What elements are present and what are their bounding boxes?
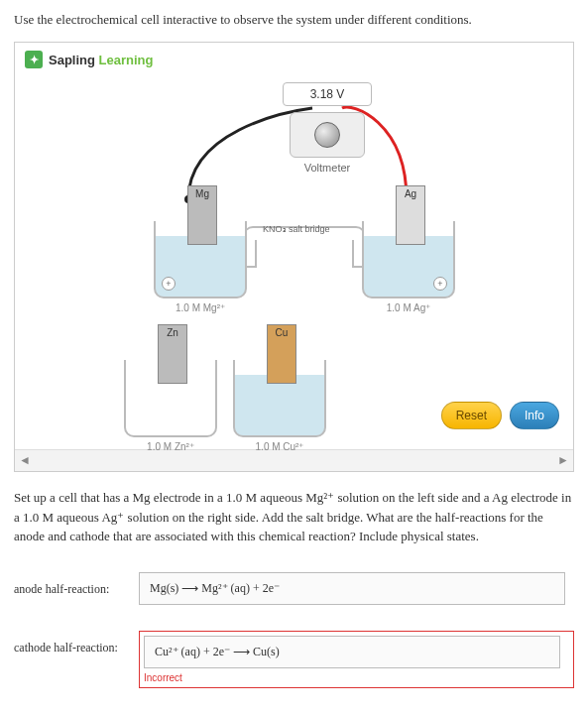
horizontal-scrollbar[interactable]: ◄ ► [15, 449, 573, 471]
simulation-area[interactable]: 3.18 V Voltmeter KNO₃ salt bridge + Mg +… [15, 72, 573, 449]
electrode-mg[interactable]: Mg [187, 185, 217, 245]
brand-word1: Sapling [49, 53, 95, 67]
voltmeter-body [290, 112, 365, 158]
anode-answer-block: anode half-reaction: Mg(s) ⟶ Mg²⁺ (aq) +… [14, 572, 574, 605]
beaker-cu-caption: 1.0 M Cu²⁺ [233, 441, 326, 452]
beaker-cu[interactable]: Cu 1.0 M Cu²⁺ [233, 360, 326, 452]
interactive-panel: ✦ Sapling Learning 3.18 V Voltmeter KNO₃… [14, 42, 574, 472]
electrode-cu[interactable]: Cu [267, 324, 296, 384]
electrode-zn[interactable]: Zn [158, 324, 187, 384]
scroll-right-icon[interactable]: ► [557, 453, 569, 468]
cathode-input[interactable]: Cu²⁺ (aq) + 2e⁻ ⟶ Cu(s) [144, 636, 560, 668]
cathode-label: cathode half-reaction: [14, 631, 129, 655]
salt-bridge[interactable]: KNO₃ salt bridge + [243, 226, 366, 260]
instruction-text: Use the electrochemical cell interactive… [14, 12, 574, 28]
beaker-mg[interactable]: Mg + 1.0 M Mg²⁺ [154, 221, 247, 313]
brand-word2: Learning [99, 53, 154, 67]
magnify-icon[interactable]: + [162, 277, 176, 291]
beaker-mg-caption: 1.0 M Mg²⁺ [154, 302, 247, 313]
voltmeter-knob-icon [314, 122, 340, 148]
anode-label: anode half-reaction: [14, 572, 129, 597]
scroll-left-icon[interactable]: ◄ [19, 453, 31, 468]
anode-input[interactable]: Mg(s) ⟶ Mg²⁺ (aq) + 2e⁻ [139, 572, 565, 605]
beaker-ag-caption: 1.0 M Ag⁺ [362, 302, 455, 313]
voltmeter-reading: 3.18 V [283, 82, 372, 106]
salt-bridge-label: KNO₃ salt bridge [263, 224, 330, 234]
electrode-ag[interactable]: Ag [396, 185, 425, 245]
brand: ✦ Sapling Learning [15, 51, 573, 72]
question-text: Set up a cell that has a Mg electrode in… [14, 488, 574, 546]
beaker-zn[interactable]: Zn 1.0 M Zn²⁺ [124, 360, 217, 452]
beaker-zn-caption: 1.0 M Zn²⁺ [124, 441, 217, 452]
beaker-ag[interactable]: Ag + 1.0 M Ag⁺ [362, 221, 455, 313]
voltmeter-label: Voltmeter [283, 162, 372, 174]
magnify-icon[interactable]: + [433, 277, 447, 291]
voltmeter: 3.18 V Voltmeter [283, 82, 372, 174]
info-button[interactable]: Info [510, 402, 559, 429]
incorrect-feedback: Incorrect [144, 672, 569, 683]
reset-button[interactable]: Reset [441, 402, 502, 429]
leaf-icon: ✦ [25, 51, 43, 68]
cathode-answer-block: cathode half-reaction: Cu²⁺ (aq) + 2e⁻ ⟶… [14, 631, 574, 688]
